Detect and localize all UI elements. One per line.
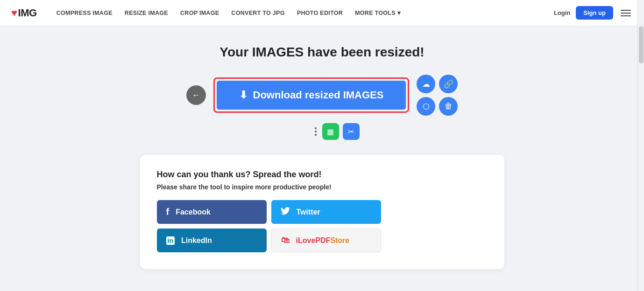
signup-button[interactable]: Sign up: [576, 6, 613, 20]
facebook-share-button[interactable]: f Facebook: [157, 200, 267, 224]
dot-2: [315, 131, 317, 132]
dot-3: [315, 134, 317, 136]
dot-1: [315, 127, 317, 129]
linkedin-icon: in: [166, 236, 175, 245]
facebook-icon: f: [166, 207, 170, 217]
side-actions: ☁ 🔗 ⬡ 🗑: [417, 75, 458, 116]
grid-icon: ▦: [327, 127, 334, 136]
upload-cloud-button[interactable]: ☁: [417, 75, 435, 93]
linkedin-share-button[interactable]: in LinkedIn: [157, 229, 267, 252]
nav-resize[interactable]: RESIZE IMAGE: [120, 7, 173, 19]
download-button[interactable]: ⬇ Download resized IMAGES: [217, 81, 406, 110]
main-content: Your IMAGES have been resized! ← ⬇ Downl…: [0, 26, 644, 278]
ilovepdf-text-part2: Store: [330, 236, 349, 244]
link-icon: 🔗: [444, 79, 453, 89]
nav-crop[interactable]: CROP IMAGE: [176, 7, 224, 19]
download-label: Download resized IMAGES: [253, 89, 384, 101]
nav: COMPRESS IMAGE RESIZE IMAGE CROP IMAGE C…: [52, 7, 554, 19]
twitter-icon: [281, 207, 290, 217]
scrollbar[interactable]: [637, 0, 644, 291]
download-icon: ⬇: [239, 89, 248, 101]
dropbox-button[interactable]: ⬡: [417, 97, 435, 116]
hamburger-button[interactable]: [619, 8, 633, 18]
grid-view-button[interactable]: ▦: [322, 123, 339, 140]
logo[interactable]: ♥ IMG: [11, 7, 37, 19]
copy-link-button[interactable]: 🔗: [439, 75, 458, 93]
ilovepdf-label: iLovePDFStore: [296, 236, 350, 245]
share-title: How can you thank us? Spread the word!: [157, 170, 488, 180]
login-button[interactable]: Login: [554, 9, 570, 16]
hamburger-line-1: [621, 10, 631, 11]
back-icon: ←: [192, 90, 200, 100]
side-row-bottom: ⬡ 🗑: [417, 97, 458, 116]
more-options-button[interactable]: [313, 125, 318, 138]
header: ♥ IMG COMPRESS IMAGE RESIZE IMAGE CROP I…: [0, 0, 644, 26]
dropbox-icon: ⬡: [423, 102, 430, 111]
ilovepdf-share-button[interactable]: 🛍 iLovePDFStore: [271, 229, 381, 252]
delete-icon: 🗑: [445, 102, 453, 111]
header-right: Login Sign up: [554, 6, 633, 20]
hamburger-line-2: [621, 13, 631, 14]
nav-convert[interactable]: CONVERT TO JPG: [226, 7, 289, 19]
crop-icon: ✂: [348, 127, 354, 136]
page-title: Your IMAGES have been resized!: [219, 45, 424, 60]
linkedin-label: LinkedIn: [181, 236, 212, 245]
crop-tool-button[interactable]: ✂: [343, 123, 360, 140]
action-row: ← ⬇ Download resized IMAGES ☁ 🔗 ⬡: [186, 75, 458, 116]
hamburger-line-3: [621, 15, 631, 16]
extra-tools-row: ▦ ✂: [313, 123, 360, 140]
upload-cloud-icon: ☁: [422, 79, 430, 89]
facebook-label: Facebook: [176, 208, 211, 216]
scrollbar-thumb[interactable]: [639, 26, 644, 63]
twitter-share-button[interactable]: Twitter: [271, 200, 381, 224]
ilovepdf-icon: 🛍: [281, 236, 290, 245]
delete-button[interactable]: 🗑: [439, 97, 458, 116]
share-buttons: f Facebook Twitter in LinkedIn 🛍: [157, 200, 381, 252]
side-row-top: ☁ 🔗: [417, 75, 458, 93]
download-button-wrapper: ⬇ Download resized IMAGES: [213, 77, 410, 113]
nav-more-tools[interactable]: MORE TOOLS ▾: [350, 7, 405, 19]
share-card: How can you thank us? Spread the word! P…: [140, 155, 504, 269]
nav-compress[interactable]: COMPRESS IMAGE: [52, 7, 117, 19]
ilovepdf-text-part1: iLovePDF: [296, 236, 331, 244]
logo-text: IMG: [18, 7, 37, 19]
logo-heart: ♥: [11, 7, 17, 19]
share-subtitle: Please share the tool to inspire more pr…: [157, 183, 488, 191]
twitter-label: Twitter: [297, 208, 320, 216]
back-button[interactable]: ←: [186, 85, 206, 105]
nav-photo-editor[interactable]: PHOTO EDITOR: [292, 7, 347, 19]
